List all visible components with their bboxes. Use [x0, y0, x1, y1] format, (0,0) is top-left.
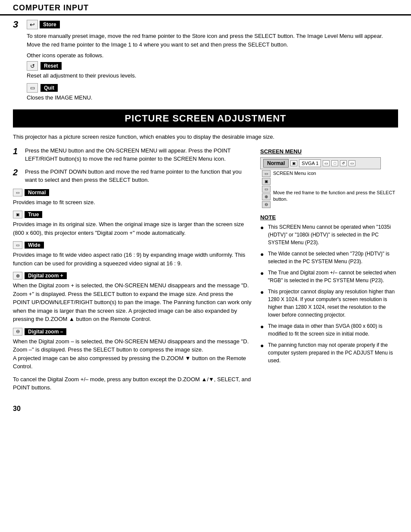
svga-label: SVGA 1 — [299, 159, 321, 167]
ps-step-1-text: Press the MENU button and the ON-SCREEN … — [25, 146, 252, 163]
smd-icon-1: ▭ — [262, 170, 271, 177]
true-label: True — [25, 211, 42, 218]
left-column: 1 Press the MENU button and the ON-SCREE… — [13, 146, 252, 392]
ps-step-1: 1 Press the MENU button and the ON-SCREE… — [13, 146, 252, 163]
note-item-3: ● The True and Digital zoom +/– cannot b… — [260, 269, 398, 284]
sm-icon-5: ▭ — [349, 160, 355, 166]
move-annotation: Move the red frame to the function and p… — [273, 190, 398, 203]
dzplus-label: Digital zoom + — [25, 272, 67, 279]
other-icons-label: Other icons operate as follows. — [27, 52, 398, 59]
wide-label: Wide — [25, 242, 44, 249]
sm-icon-1: ▣ — [290, 160, 297, 166]
quit-row: ▭ Quit — [27, 83, 398, 93]
dzplus-icon: ⊕ — [13, 272, 22, 280]
store-label: Store — [40, 21, 60, 28]
step-3-section: 3 ↩ Store To store manually preset image… — [13, 20, 398, 105]
note-bullet-1: ● — [260, 223, 265, 246]
page-header: COMPUTER INPUT — [0, 0, 411, 16]
feature-normal-header: ▭ Normal — [13, 189, 252, 196]
note-section: NOTE ● This SCREEN Menu cannot be operat… — [260, 214, 398, 364]
feature-true: ▣ True Provides image in its original si… — [13, 211, 252, 237]
store-text: To store manually preset image, move the… — [27, 32, 398, 49]
feature-dzplus-header: ⊕ Digital zoom + — [13, 272, 252, 280]
dzplus-text: When the Digital zoom + is selected, the… — [13, 281, 252, 324]
wide-icon: ▭ — [13, 241, 22, 249]
feature-wide-header: ▭ Wide — [13, 241, 252, 249]
reset-desc: Reset all adjustment to their previous l… — [27, 72, 398, 79]
feature-wide: ▭ Wide Provides image to fit wide video … — [13, 241, 252, 268]
quit-desc: Closes the IMAGE MENU. — [27, 94, 398, 101]
note-item-1: ● This SCREEN Menu cannot be operated wh… — [260, 223, 398, 246]
sm-icon-3: □ — [331, 160, 338, 166]
cancel-text: To cancel the Digital Zoom +/– mode, pre… — [13, 375, 252, 392]
ps-step-2: 2 Press the POINT DOWN button and move t… — [13, 168, 252, 184]
screen-icons-list: ▭ ▣ ▭ ⊕ ⊖ — [262, 170, 271, 208]
dzminus-text: When the Digital zoom – is selected, the… — [13, 337, 252, 371]
note-item-2: ● The Wide cannot be selected when "720p… — [260, 250, 398, 265]
note-title: NOTE — [260, 214, 398, 221]
note-item-4: ● This projector cannot display any reso… — [260, 288, 398, 319]
ps-step-2-text: Press the POINT DOWN button and move the… — [25, 168, 252, 184]
normal-text: Provides image to fit screen size. — [13, 198, 252, 207]
note-bullet-4: ● — [260, 288, 265, 319]
ps-step-1-number: 1 — [13, 146, 22, 163]
screen-menu-icon-annotation: SCREEN Menu icon — [273, 170, 398, 177]
screen-menu-normal-display: Normal — [263, 159, 289, 168]
right-column: SCREEN MENU Normal ▣ SVGA 1 ▭ □ ↺ ▭ ▭ ▣ — [260, 146, 398, 392]
feature-true-header: ▣ True — [13, 211, 252, 218]
feature-digital-zoom-plus: ⊕ Digital zoom + When the Digital zoom +… — [13, 272, 252, 324]
smd-icon-3: ▭ — [262, 186, 271, 193]
note-bullet-2: ● — [260, 250, 265, 265]
feature-normal: ▭ Normal Provides image to fit screen si… — [13, 189, 252, 207]
screen-menu-title: SCREEN MENU — [260, 148, 398, 155]
page-number: 30 — [13, 405, 21, 412]
intro-text: This projector has a picture screen resi… — [13, 133, 398, 141]
note-item-6: ● The panning function may not operate p… — [260, 341, 398, 364]
screen-menu-section: SCREEN MENU Normal ▣ SVGA 1 ▭ □ ↺ ▭ ▭ ▣ — [260, 148, 398, 208]
sm-icon-4: ↺ — [340, 160, 347, 166]
screen-menu-annotations: SCREEN Menu icon Move the red frame to t… — [273, 170, 398, 203]
wide-text: Provides image to fit wide video aspect … — [13, 251, 252, 268]
sm-icon-2: ▭ — [323, 160, 330, 166]
feature-digital-zoom-minus: ⊖ Digital zoom – When the Digital zoom –… — [13, 328, 252, 371]
dzminus-label: Digital zoom – — [25, 328, 66, 335]
feature-dzminus-header: ⊖ Digital zoom – — [13, 328, 252, 336]
true-text: Provides image in its original size. Whe… — [13, 220, 252, 237]
smd-icon-5: ⊖ — [262, 201, 271, 208]
reset-row: ↺ Reset — [27, 61, 398, 71]
note-bullet-3: ● — [260, 269, 265, 284]
dzminus-icon: ⊖ — [13, 328, 22, 336]
step-3-number: 3 — [13, 20, 18, 29]
quit-icon: ▭ — [27, 83, 38, 93]
normal-label: Normal — [25, 189, 49, 196]
quit-label: Quit — [40, 84, 58, 92]
note-bullet-6: ● — [260, 341, 265, 364]
ps-step-2-number: 2 — [13, 168, 22, 184]
true-icon: ▣ — [13, 211, 22, 218]
screen-menu-annotation: ▭ ▣ ▭ ⊕ ⊖ SCREEN Menu icon Move the red … — [260, 170, 398, 208]
page-title: COMPUTER INPUT — [13, 3, 89, 12]
smd-icon-4: ⊕ — [262, 193, 271, 200]
main-columns: 1 Press the MENU button and the ON-SCREE… — [13, 146, 398, 392]
store-icon-row: ↩ Store — [27, 20, 60, 29]
section-banner: PICTURE SCREEN ADJUSTMENT — [13, 109, 398, 128]
normal-icon: ▭ — [13, 189, 22, 196]
store-icon: ↩ — [27, 20, 38, 29]
page-footer: 30 — [0, 401, 411, 417]
reset-label: Reset — [40, 62, 62, 70]
smd-icon-2: ▣ — [262, 178, 271, 185]
reset-icon: ↺ — [27, 61, 38, 71]
note-item-5: ● The image data in other than SVGA (800… — [260, 322, 398, 338]
note-bullet-5: ● — [260, 322, 265, 338]
